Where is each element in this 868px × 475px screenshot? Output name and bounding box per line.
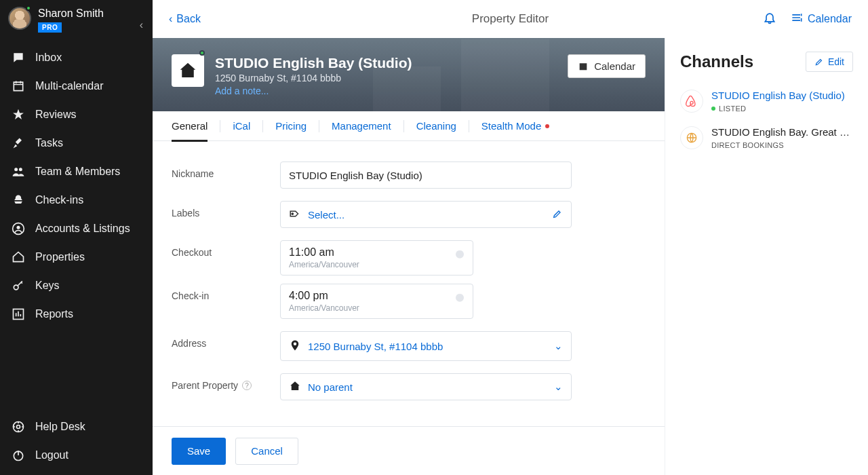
page-title: Property Editor	[472, 12, 549, 26]
sidebar-item-keys[interactable]: Keys	[0, 271, 153, 300]
chevron-left-icon: ‹	[169, 13, 172, 25]
sidebar-item-accounts[interactable]: Accounts & Listings	[0, 214, 153, 243]
svg-point-1	[17, 226, 20, 229]
address-select[interactable]: 1250 Burnaby St, #1104 bbbb ⌄	[280, 331, 572, 361]
sidebar-item-checkins[interactable]: Check-ins	[0, 186, 153, 214]
sidebar-item-label: Team & Members	[35, 166, 120, 178]
channel-item[interactable]: STUDIO English Bay. Great L… DIRECT BOOK…	[680, 119, 853, 156]
alert-dot-icon	[545, 124, 549, 128]
online-status-dot	[26, 5, 31, 11]
channel-status: DIRECT BOOKINGS	[711, 141, 853, 149]
chevron-down-icon: ⌄	[554, 340, 563, 352]
sidebar-item-reviews[interactable]: Reviews	[0, 100, 153, 129]
help-icon[interactable]: ?	[242, 381, 252, 390]
reports-icon	[11, 307, 26, 322]
user-block[interactable]: Sharon Smith PRO ‹	[0, 0, 153, 39]
sidebar-item-team[interactable]: Team & Members	[0, 157, 153, 186]
topbar: ‹ Back Property Editor Calendar	[153, 0, 868, 38]
checkin-label: Check-in	[172, 284, 280, 301]
sidebar-item-label: Tasks	[35, 137, 63, 149]
edit-labels-icon[interactable]	[552, 208, 563, 221]
tab-management[interactable]: Management	[332, 111, 391, 141]
tab-label: Cleaning	[416, 120, 456, 132]
tab-label: iCal	[233, 120, 250, 132]
home-icon	[289, 380, 301, 394]
help-icon	[11, 419, 26, 434]
channel-item[interactable]: STUDIO English Bay (Studio) LISTED	[680, 83, 853, 119]
tab-label: Management	[332, 120, 391, 132]
nickname-label: Nickname	[172, 162, 280, 179]
back-button[interactable]: ‹ Back	[169, 13, 201, 25]
sidebar-item-properties[interactable]: Properties	[0, 243, 153, 271]
tabs: General iCal Pricing Management Cleaning…	[153, 111, 665, 141]
save-button[interactable]: Save	[172, 438, 226, 465]
chevron-down-icon: ⌄	[554, 381, 563, 393]
nickname-input[interactable]	[280, 162, 572, 189]
tab-pricing[interactable]: Pricing	[275, 111, 307, 141]
svg-point-7	[292, 212, 293, 214]
pin-icon	[289, 339, 301, 354]
checkout-label: Checkout	[172, 240, 280, 258]
property-type-icon	[172, 54, 204, 87]
calendar-link[interactable]: Calendar	[790, 11, 852, 27]
calendar-icon	[578, 61, 589, 72]
bell-icon	[11, 193, 26, 208]
channels-title: Channels	[680, 52, 753, 71]
sidebar-item-label: Accounts & Listings	[35, 223, 130, 235]
team-icon	[11, 164, 26, 179]
parent-select[interactable]: No parent ⌄	[280, 373, 572, 400]
tab-ical[interactable]: iCal	[233, 111, 250, 141]
channel-name: STUDIO English Bay (Studio)	[711, 90, 845, 102]
calendar-label: Calendar	[808, 13, 852, 25]
time-value: 4:00 pm	[289, 290, 465, 302]
property-address: 1250 Burnaby St, #1104 bbbb	[215, 73, 412, 83]
clock-icon	[454, 291, 466, 306]
property-calendar-button[interactable]: Calendar	[568, 54, 646, 78]
tab-general[interactable]: General	[172, 111, 208, 141]
labels-label: Labels	[172, 201, 280, 218]
tab-label: Pricing	[275, 120, 307, 132]
add-note-link[interactable]: Add a note...	[215, 86, 412, 96]
tab-label: Stealth Mode	[481, 120, 541, 132]
checkout-time-input[interactable]: 11:00 am America/Vancouver	[280, 240, 473, 276]
parent-label: Parent Property?	[172, 373, 280, 391]
sidebar-item-label: Check-ins	[35, 194, 83, 206]
checkin-time-input[interactable]: 4:00 pm America/Vancouver	[280, 284, 473, 319]
sidebar-item-label: Inbox	[35, 52, 62, 64]
property-hero: STUDIO English Bay (Studio) 1250 Burnaby…	[153, 38, 665, 141]
sidebar-item-help[interactable]: Help Desk	[0, 413, 153, 441]
button-label: Calendar	[594, 60, 635, 72]
sidebar-item-multi-calendar[interactable]: Multi-calendar	[0, 72, 153, 100]
sidebar-item-label: Help Desk	[35, 421, 85, 433]
labels-select[interactable]: Select...	[280, 201, 572, 228]
sidebar-item-logout[interactable]: Logout	[0, 441, 153, 470]
sidebar-item-inbox[interactable]: Inbox	[0, 43, 153, 72]
sidebar-collapse-icon[interactable]: ‹	[140, 19, 143, 31]
sidebar-item-tasks[interactable]: Tasks	[0, 129, 153, 157]
edit-channels-button[interactable]: Edit	[806, 52, 853, 72]
calendar-adjust-icon	[790, 11, 804, 27]
airbnb-icon	[680, 90, 703, 113]
button-label: Edit	[828, 56, 844, 67]
tab-stealth[interactable]: Stealth Mode	[481, 111, 549, 141]
direct-icon	[680, 126, 703, 149]
svg-point-2	[14, 285, 18, 290]
channels-panel: Channels Edit STUDIO English Bay (Studio…	[665, 38, 868, 475]
address-value: 1250 Burnaby St, #1104 bbbb	[308, 341, 547, 352]
channel-name: STUDIO English Bay. Great L…	[711, 126, 853, 138]
cancel-button[interactable]: Cancel	[235, 438, 298, 465]
sidebar-item-label: Keys	[35, 280, 60, 292]
placeholder: Select...	[308, 209, 545, 221]
tab-cleaning[interactable]: Cleaning	[416, 111, 456, 141]
timezone: America/Vancouver	[289, 303, 465, 313]
sidebar-item-label: Reviews	[35, 109, 76, 121]
key-icon	[11, 278, 26, 293]
notifications-icon[interactable]	[763, 11, 776, 27]
sidebar-item-label: Reports	[35, 308, 73, 320]
sidebar-item-reports[interactable]: Reports	[0, 300, 153, 328]
tag-icon	[289, 208, 301, 222]
inbox-icon	[11, 50, 26, 65]
sidebar-item-label: Multi-calendar	[35, 80, 103, 92]
property-title: STUDIO English Bay (Studio)	[215, 54, 412, 71]
svg-point-9	[456, 294, 464, 302]
